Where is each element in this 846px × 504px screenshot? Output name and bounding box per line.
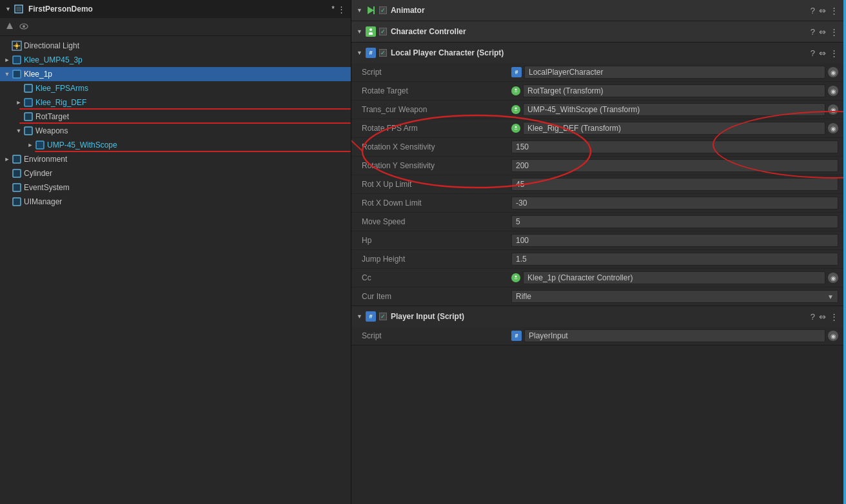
svg-rect-21 [13, 198, 21, 206]
hierarchy-toolbar [0, 18, 351, 36]
animator-icon [365, 5, 377, 16]
prop-rot-x-up-limit-label: Rot X Up Limit [351, 179, 506, 190]
move-speed-input[interactable]: 5 [511, 215, 838, 228]
trans-cur-weapon-ref: UMP-45_WithScope (Transform) ◉ [511, 103, 838, 116]
main-window: FirstPersonDemo * ⋮ [0, 0, 846, 504]
player-input-script-dot-btn[interactable]: ◉ [828, 331, 838, 341]
rot-x-up-limit-input[interactable]: 45 [511, 178, 838, 191]
prop-script-label: Script [351, 66, 506, 78]
char-ctrl-settings-icon[interactable]: ⇔ [819, 27, 826, 37]
prop-player-input-script-label: Script [351, 330, 506, 342]
player-input-script-text[interactable]: PlayerInput [524, 329, 825, 342]
svg-point-29 [515, 126, 517, 128]
tree-item-klee-1p[interactable]: Klee_1p [0, 67, 351, 81]
rotate-target-dot-btn[interactable]: ◉ [828, 86, 838, 96]
prop-rotate-fps-arm-value: Klee_Rig_DEF (Transform) ◉ [506, 121, 843, 136]
rotate-fps-arm-ref-icon [511, 124, 520, 133]
prop-cur-item-label: Cur Item [351, 291, 506, 302]
char-ctrl-menu-icon[interactable]: ⋮ [830, 27, 838, 37]
cur-item-dropdown[interactable]: Rifle ▼ [511, 290, 838, 303]
char-ctrl-arrow[interactable] [357, 28, 362, 35]
tree-item-event-system[interactable]: EventSystem [0, 180, 351, 195]
script-ref-text[interactable]: LocalPlayerCharacter [524, 66, 825, 79]
tree-label-event-system: EventSystem [24, 183, 70, 192]
animator-header[interactable]: Animator ? ⇔ ⋮ [351, 0, 843, 21]
rot-x-sensitivity-input[interactable]: 150 [511, 141, 838, 153]
tree-item-rot-target[interactable]: RotTarget [0, 110, 351, 124]
tree-item-ui-manager[interactable]: UIManager [0, 195, 351, 209]
hierarchy-collapse-arrow[interactable] [5, 6, 11, 12]
animator-settings-icon[interactable]: ⇔ [819, 6, 826, 15]
animator-help-icon[interactable]: ? [811, 6, 815, 15]
char-ctrl-icon-box [366, 26, 376, 37]
ui-manager-icon [12, 197, 22, 207]
cur-item-dropdown-box[interactable]: Rifle ▼ [511, 290, 838, 303]
tree-item-klee-rig-def[interactable]: Klee_Rig_DEF [0, 95, 351, 110]
cc-dot-btn[interactable]: ◉ [828, 273, 838, 283]
prop-rot-x-up-limit-value: 45 [506, 177, 843, 192]
tree-item-cylinder[interactable]: Cylinder [0, 166, 351, 180]
prop-rot-x-sensitivity-value: 150 [506, 139, 843, 155]
animator-arrow[interactable] [357, 7, 362, 14]
jump-height-input[interactable]: 1.5 [511, 253, 838, 266]
tree-arrow-rig-def[interactable] [14, 98, 23, 107]
tree-item-directional-light[interactable]: Directional Light [0, 39, 351, 53]
hp-input[interactable]: 100 [511, 234, 838, 247]
panel-divider [843, 0, 846, 504]
prop-rot-x-up-limit: Rot X Up Limit 45 [351, 175, 843, 194]
tree-arrow-ump45-scope[interactable] [26, 141, 35, 150]
trans-cur-weapon-dot-btn[interactable]: ◉ [828, 104, 838, 115]
svg-marker-2 [6, 23, 13, 29]
player-input-header[interactable]: # Player Input (Script) ? ⇔ ⋮ [351, 306, 843, 327]
tree-label-rig-def: Klee_Rig_DEF [35, 98, 86, 107]
hierarchy-header[interactable]: FirstPersonDemo * ⋮ [0, 0, 351, 18]
script-ref-dot-btn[interactable]: ◉ [828, 67, 838, 77]
svg-rect-14 [25, 99, 32, 106]
cc-ref-text[interactable]: Klee_1p (Character Controller) [523, 271, 825, 284]
player-input-help-icon[interactable]: ? [811, 312, 815, 322]
trans-cur-weapon-ref-text[interactable]: UMP-45_WithScope (Transform) [523, 103, 825, 116]
tree-arrow-klee-1p[interactable] [3, 70, 12, 79]
tree-item-environment[interactable]: Environment [0, 152, 351, 166]
char-ctrl-header[interactable]: Character Controller ? ⇔ ⋮ [351, 21, 843, 42]
player-input-settings-icon[interactable]: ⇔ [819, 312, 826, 322]
svg-point-4 [23, 25, 25, 28]
rotate-fps-arm-ref-text[interactable]: Klee_Rig_DEF (Transform) [523, 122, 825, 135]
tree-item-ump45-with-scope[interactable]: UMP-45_WithScope [0, 138, 351, 152]
rot-y-sensitivity-input[interactable]: 200 [511, 159, 838, 172]
toolbar-create-icon[interactable] [5, 21, 14, 32]
local-player-char-arrow[interactable] [357, 50, 362, 56]
prop-hp: Hp 100 [351, 231, 843, 250]
hierarchy-menu-icon[interactable]: ⋮ [337, 5, 346, 14]
char-ctrl-help-icon[interactable]: ? [811, 27, 815, 37]
animator-menu-icon[interactable]: ⋮ [830, 6, 838, 15]
cylinder-icon [12, 168, 22, 179]
rotate-target-ref-text[interactable]: RotTarget (Transform) [523, 84, 825, 97]
tree-item-weapons[interactable]: Weapons [0, 124, 351, 138]
rotate-fps-arm-ref: Klee_Rig_DEF (Transform) ◉ [511, 122, 838, 135]
rot-x-down-limit-input[interactable]: -30 [511, 197, 838, 209]
local-player-menu-icon[interactable]: ⋮ [830, 48, 838, 58]
prop-rot-x-down-limit: Rot X Down Limit -30 [351, 194, 843, 213]
player-input-icon-box: # [366, 311, 376, 322]
rot-target-icon [23, 111, 34, 122]
local-player-help-icon[interactable]: ? [811, 48, 815, 58]
asterisk-label: * [331, 5, 335, 14]
svg-rect-1 [16, 6, 21, 12]
rotate-fps-arm-dot-btn[interactable]: ◉ [828, 123, 838, 133]
player-input-menu-icon[interactable]: ⋮ [830, 312, 838, 322]
tree-arrow-klee-ump45[interactable] [3, 55, 12, 64]
player-input-checkbox[interactable] [379, 313, 387, 320]
tree-item-klee-ump45[interactable]: Klee_UMP45_3p [0, 53, 351, 67]
player-input-arrow[interactable] [357, 313, 362, 320]
tree-arrow-weapons[interactable] [14, 126, 23, 135]
local-player-char-checkbox[interactable] [379, 49, 387, 57]
char-ctrl-checkbox[interactable] [379, 28, 387, 35]
tree-item-klee-fps-arms[interactable]: Klee_FPSArms [0, 81, 351, 95]
toolbar-eye-icon[interactable] [19, 22, 28, 32]
local-player-settings-icon[interactable]: ⇔ [819, 48, 826, 58]
tree-arrow-environment[interactable] [3, 155, 12, 164]
animator-checkbox[interactable] [379, 6, 387, 14]
local-player-char-header[interactable]: # Local Player Character (Script) ? ⇔ ⋮ [351, 43, 843, 63]
prop-trans-cur-weapon-value: UMP-45_WithScope (Transform) ◉ [506, 102, 843, 117]
